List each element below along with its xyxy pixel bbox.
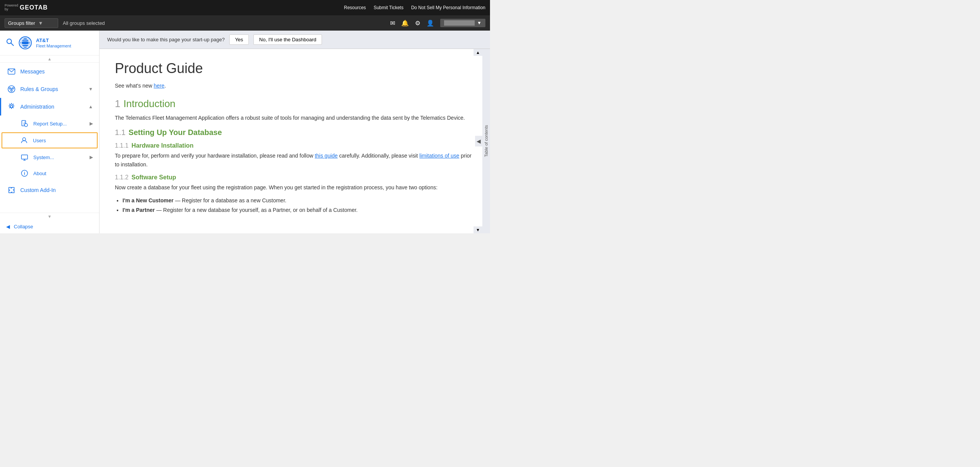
sidebar-subitem-about[interactable]: i About <box>0 165 99 181</box>
geotab-logo-text: GEOTAB <box>20 4 48 11</box>
report-setup-arrow-icon: ▶ <box>90 121 93 126</box>
svg-point-9 <box>9 88 11 89</box>
report-setup-label: Report Setup... <box>33 121 67 127</box>
logo-area: Poweredby GEOTAB <box>5 4 48 11</box>
sidebar-subitem-users[interactable]: Users <box>2 132 98 148</box>
collapse-arrow-icon: ◀ <box>6 224 10 229</box>
section-1-1-2-para: Now create a database for your fleet usi… <box>115 183 475 192</box>
geotab-logo: Poweredby GEOTAB <box>5 4 48 11</box>
svg-point-21 <box>23 138 26 141</box>
administration-icon <box>7 103 16 111</box>
user-icon[interactable]: 👤 <box>426 20 434 27</box>
list-item-0: I'm a New Customer — Register for a data… <box>122 196 475 205</box>
scroll-up-indicator: ▲ <box>0 55 99 63</box>
bell-icon[interactable]: 🔔 <box>401 20 409 27</box>
section-1-1-heading: 1.1Setting Up Your Database <box>115 128 475 137</box>
report-setup-icon <box>20 119 29 128</box>
user-menu-arrow: ▼ <box>477 20 482 26</box>
section-1-1-1-num: 1.1.1 <box>115 142 129 149</box>
startup-bar: Would you like to make this page your st… <box>100 31 490 49</box>
toc-sidebar[interactable]: Table of contents <box>482 49 490 233</box>
doc-wrapper: ▲ Product Guide See what's new here. 1In… <box>100 49 490 233</box>
about-icon: i <box>20 169 29 177</box>
att-logo-icon <box>18 36 32 50</box>
administration-label: Administration <box>20 104 84 110</box>
do-not-sell-link[interactable]: Do Not Sell My Personal Information <box>411 5 485 10</box>
brand-sub: Fleet Management <box>36 44 71 48</box>
startup-no-button[interactable]: No, I'll use the Dashboard <box>253 34 322 45</box>
content-collapse-icon: ◀ <box>477 138 481 144</box>
groups-bar: Groups filter ▼ All groups selected ✉ 🔔 … <box>0 15 490 31</box>
section-1-para: The Telematics Fleet Management Applicat… <box>115 114 475 122</box>
svg-line-1 <box>11 43 13 46</box>
users-icon <box>20 136 28 145</box>
startup-yes-button[interactable]: Yes <box>229 34 249 45</box>
doc-subtitle: See what's new here. <box>115 83 475 89</box>
sidebar-header: AT&T Fleet Management <box>0 31 99 55</box>
rules-icon <box>7 85 16 93</box>
users-label: Users <box>33 138 46 143</box>
here-link[interactable]: here <box>154 83 165 89</box>
this-guide-link[interactable]: this guide <box>315 153 338 159</box>
messages-icon <box>7 67 16 76</box>
sidebar-item-messages[interactable]: Messages <box>0 63 99 80</box>
sidebar-item-custom-addon[interactable]: Custom Add-In <box>0 181 99 199</box>
sidebar-item-administration[interactable]: Administration ▲ <box>0 98 99 116</box>
groups-filter-label: Groups filter <box>8 20 35 26</box>
gear-icon[interactable]: ⚙ <box>415 20 420 27</box>
svg-point-10 <box>12 88 14 89</box>
puzzle-icon <box>7 186 16 194</box>
groups-filter-dropdown[interactable]: Groups filter ▼ <box>5 18 58 28</box>
collapse-label: Collapse <box>14 224 33 229</box>
content-area: Would you like to make this page your st… <box>100 31 490 233</box>
content-collapse-arrow[interactable]: ◀ <box>475 136 482 146</box>
document-content: Product Guide See what's new here. 1Intr… <box>100 49 490 233</box>
about-label: About <box>33 171 46 176</box>
doc-list: I'm a New Customer — Register for a data… <box>115 196 475 215</box>
main-layout: AT&T Fleet Management ▲ Messages <box>0 31 490 233</box>
powered-by-text: Poweredby <box>5 4 18 11</box>
collapse-button[interactable]: ◀ Collapse <box>0 220 99 233</box>
sidebar-nav: Messages Rules & Groups ▼ <box>0 63 99 213</box>
header-icons: ✉ 🔔 ⚙ 👤 ████████ ▼ <box>390 19 485 27</box>
brand-text: AT&T Fleet Management <box>36 37 71 48</box>
section-1-1-num: 1.1 <box>115 128 126 137</box>
rules-chevron-icon: ▼ <box>88 86 93 92</box>
user-menu[interactable]: ████████ ▼ <box>440 19 485 27</box>
doc-scroll-down[interactable]: ▼ <box>474 226 482 233</box>
sidebar: AT&T Fleet Management ▲ Messages <box>0 31 100 233</box>
sidebar-subitem-system[interactable]: System... ▶ <box>0 149 99 165</box>
sidebar-subitem-report-setup[interactable]: Report Setup... ▶ <box>0 116 99 132</box>
svg-rect-22 <box>21 155 28 159</box>
list-item-1: I'm a Partner — Register for a new datab… <box>122 205 475 215</box>
startup-question: Would you like to make this page your st… <box>107 37 225 42</box>
groups-selected-text: All groups selected <box>63 20 105 26</box>
messages-label: Messages <box>20 68 93 75</box>
sidebar-item-rules-groups[interactable]: Rules & Groups ▼ <box>0 80 99 98</box>
limitations-link[interactable]: limitations of use <box>420 153 459 159</box>
svg-point-2 <box>19 36 32 49</box>
section-1-num: 1 <box>115 98 120 109</box>
svg-point-11 <box>11 90 12 91</box>
top-nav: Resources Submit Tickets Do Not Sell My … <box>344 5 485 10</box>
user-menu-name: ████████ <box>444 20 475 26</box>
toc-label: Table of contents <box>484 121 488 161</box>
doc-scroll-up[interactable]: ▲ <box>474 49 482 56</box>
admin-chevron-icon: ▲ <box>88 104 93 109</box>
mail-icon[interactable]: ✉ <box>390 20 395 27</box>
system-label: System... <box>33 155 54 160</box>
dropdown-arrow-icon: ▼ <box>38 20 43 26</box>
rules-groups-label: Rules & Groups <box>20 86 84 92</box>
brand-logo: AT&T Fleet Management <box>18 36 71 50</box>
brand-name: AT&T <box>36 37 71 44</box>
search-icon[interactable] <box>6 38 14 48</box>
resources-link[interactable]: Resources <box>344 5 366 10</box>
section-1-heading: 1Introduction <box>115 98 475 110</box>
doc-title: Product Guide <box>115 60 475 76</box>
custom-addon-label: Custom Add-In <box>20 187 93 193</box>
section-1-1-1-para: To prepare for, perform and verify your … <box>115 151 475 169</box>
section-1-1-1-heading: 1.1.1Hardware Installation <box>115 142 475 149</box>
svg-point-17 <box>24 124 28 127</box>
system-icon <box>20 153 29 161</box>
submit-tickets-link[interactable]: Submit Tickets <box>374 5 403 10</box>
